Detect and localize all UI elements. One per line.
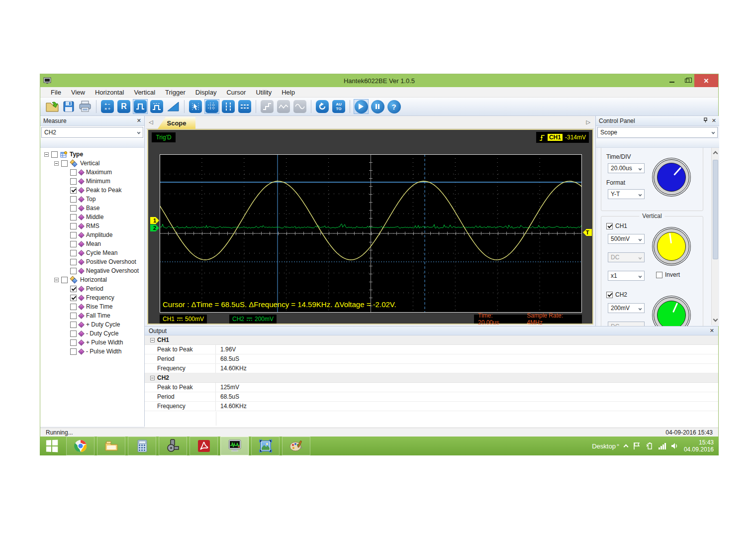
vertical-cursors-button[interactable] [221,100,235,113]
collapse-icon[interactable] [54,278,59,282]
action-center-flag-icon[interactable] [633,442,641,450]
tab-scroll-right-icon[interactable]: ▷ [586,119,590,125]
ch2-position-knob[interactable] [654,297,689,326]
cursor-measure-button[interactable] [189,100,202,113]
reference-button[interactable]: R [117,100,131,113]
checkbox[interactable] [70,169,77,176]
taskbar-adobe-reader[interactable] [189,437,218,455]
waveform-plot[interactable] [160,154,582,313]
tree-item[interactable]: Amplitude [70,230,144,239]
measure-channel-select[interactable]: CH2 [41,127,143,138]
minimize-button[interactable] [664,74,679,87]
ch1-position-knob[interactable] [654,228,689,264]
horizontal-knob[interactable] [654,159,689,195]
checkbox[interactable] [51,151,58,158]
step-output-button[interactable] [260,100,274,113]
tree-item-type[interactable]: Type [44,150,144,159]
menu-item[interactable]: Horizontal [91,88,129,97]
checkbox[interactable] [70,268,77,274]
taskbar-calculator[interactable] [128,437,156,455]
format-select[interactable]: Y-T [608,189,645,199]
checkbox[interactable] [70,178,77,185]
pin-icon[interactable] [703,117,708,124]
menu-item[interactable]: Display [191,88,221,97]
usb-tray-icon[interactable] [646,442,654,450]
close-icon[interactable]: ✕ [137,117,141,124]
tree-item[interactable]: Base [70,204,144,213]
ch1-enable-checkbox[interactable]: CH1 [606,222,627,229]
tree-item[interactable]: Peak to Peak [70,186,144,195]
close-button[interactable]: ✕ [694,74,718,87]
sine-output-button[interactable] [293,100,307,113]
tree-item[interactable]: Maximum [70,168,144,177]
collapse-icon[interactable] [44,152,49,157]
tree-item[interactable]: Mean [70,239,144,248]
print-button[interactable] [78,100,92,113]
taskbar-hantek-app[interactable] [220,437,249,455]
collapse-icon[interactable] [54,161,59,166]
taskbar-photo-viewer[interactable] [251,437,280,455]
checkbox[interactable] [70,241,77,247]
pause-button[interactable] [371,100,384,113]
checkbox[interactable] [70,339,77,346]
tree-item[interactable]: + Pulse Width [70,338,144,347]
refresh-button[interactable] [315,100,329,113]
scroll-down-icon[interactable] [713,317,718,322]
tree-item[interactable]: Top [70,195,144,204]
tray-expand-icon[interactable] [623,444,628,449]
close-icon[interactable]: ✕ [710,328,714,334]
checkbox[interactable] [70,205,77,212]
tab-scope[interactable]: Scope [158,117,195,129]
start-button[interactable] [40,437,64,455]
start-button[interactable] [354,100,368,113]
wave-output-button[interactable] [277,100,290,113]
tree-item[interactable]: Fall Time [70,311,144,320]
menu-item[interactable]: Help [277,88,299,97]
tree-item[interactable]: Frequency [70,293,144,302]
control-scrollbar[interactable] [711,148,719,325]
ch2-coupling-select[interactable]: DC [608,322,645,326]
menu-item[interactable]: Vertical [129,88,160,97]
trigger-level-marker[interactable]: T [583,229,592,236]
auto-set-button[interactable]: AUTO [332,100,346,113]
menu-item[interactable]: Trigger [161,88,190,97]
tree-item[interactable]: Minimum [70,177,144,186]
control-mode-select[interactable]: Scope [597,127,718,138]
checkbox[interactable] [70,223,77,229]
ch1-coupling-select[interactable]: DC [608,252,645,262]
horizontal-cursors-button[interactable] [238,100,252,113]
checkbox[interactable] [70,187,77,194]
volume-icon[interactable] [671,442,679,450]
checkbox[interactable] [70,322,77,328]
checkbox[interactable] [70,330,77,337]
tree-item[interactable]: - Pulse Width [70,347,144,356]
taskbar-clock[interactable]: 15:43 04.09.2016 [684,439,714,453]
ch1-zero-marker[interactable]: 1 [150,217,159,224]
checkbox[interactable] [61,160,68,167]
taskbar-paint[interactable] [282,437,310,455]
checkbox[interactable] [70,313,77,319]
collapse-icon[interactable] [150,338,155,342]
save-button[interactable] [62,100,76,113]
grid-display-button[interactable] [205,100,219,113]
ch1-invert-checkbox[interactable]: Invert [656,271,680,278]
menu-item[interactable]: View [67,88,90,97]
close-icon[interactable]: ✕ [712,117,716,124]
checkbox[interactable] [70,214,77,220]
checkbox[interactable] [70,286,77,292]
checkbox[interactable] [70,348,77,355]
open-file-button[interactable] [45,100,59,113]
restore-button[interactable] [679,74,694,87]
checkbox[interactable] [61,277,68,283]
help-button[interactable]: ? [387,100,401,113]
tree-item[interactable]: Rise Time [70,302,144,311]
checkbox[interactable] [70,259,77,265]
ch1-probe-select[interactable]: x1 [608,271,645,281]
tab-scroll-left-icon[interactable]: ◁ [149,119,153,125]
tree-item[interactable]: + Duty Cycle [70,320,144,329]
checkbox[interactable] [70,232,77,238]
menu-item[interactable]: Cursor [222,88,250,97]
ch1-scale-select[interactable]: 500mV [608,234,645,244]
tree-item[interactable]: Cycle Mean [70,248,144,257]
taskbar-file-explorer[interactable] [97,437,125,455]
